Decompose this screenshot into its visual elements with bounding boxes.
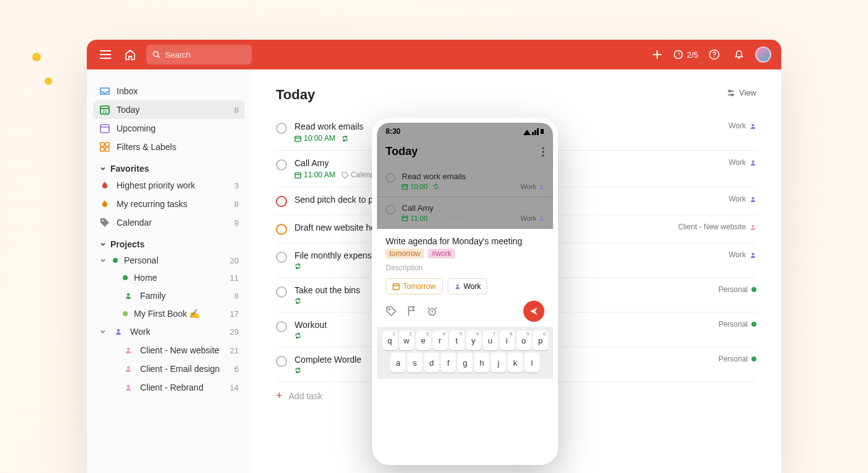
notifications-icon[interactable] <box>730 46 748 63</box>
task-checkbox[interactable] <box>386 205 396 214</box>
svg-point-38 <box>751 197 754 199</box>
task-project[interactable]: Personal <box>719 285 756 294</box>
keyboard-key[interactable]: s <box>407 353 422 373</box>
sidebar-filters[interactable]: Filters & Labels <box>93 138 245 156</box>
keyboard-key[interactable]: y6 <box>466 330 481 350</box>
recurring-icon <box>294 332 301 339</box>
svg-rect-43 <box>537 128 539 135</box>
keyboard-key[interactable]: o9 <box>516 330 531 350</box>
task-checkbox[interactable] <box>276 196 287 207</box>
confetti-dot <box>32 53 41 61</box>
compose-due-label: Tomorrow <box>403 282 436 291</box>
svg-point-47 <box>542 154 544 156</box>
compose-description[interactable]: Description <box>386 263 544 272</box>
phone-task-row[interactable]: Call Amy11:00CalendarWork <box>377 197 553 229</box>
sidebar-proj-home[interactable]: Home 11 <box>93 269 245 286</box>
svg-point-39 <box>751 224 754 227</box>
search-input[interactable] <box>165 50 246 60</box>
svg-point-9 <box>714 56 714 57</box>
sidebar-proj-personal[interactable]: Personal 20 <box>93 252 245 269</box>
compose-title[interactable]: Write agenda for Monday's meeting <box>386 236 544 246</box>
task-checkbox[interactable] <box>386 173 396 183</box>
task-checkbox[interactable] <box>276 123 287 134</box>
task-checkbox[interactable] <box>276 224 287 235</box>
sidebar-proj-client-ed[interactable]: Client - Email design 6 <box>93 360 245 378</box>
keyboard-key[interactable]: l <box>525 353 539 373</box>
task-project[interactable]: Work <box>728 158 756 167</box>
compose-chip-work: #work <box>428 249 455 259</box>
sidebar-upcoming[interactable]: Upcoming <box>93 119 245 138</box>
keyboard-key[interactable]: h <box>474 353 489 373</box>
add-icon[interactable] <box>649 46 666 63</box>
task-checkbox[interactable] <box>276 356 287 367</box>
keyboard-key[interactable]: u7 <box>483 330 498 350</box>
menu-icon[interactable] <box>97 46 114 63</box>
svg-point-3 <box>153 51 158 56</box>
task-project[interactable]: Personal <box>719 320 756 329</box>
person-icon <box>454 283 461 290</box>
keyboard-key[interactable]: i8 <box>500 330 515 350</box>
nav-label: Highest priority work <box>117 180 195 190</box>
home-icon[interactable] <box>122 46 139 63</box>
sidebar-projects-header[interactable]: Projects <box>93 232 245 252</box>
sidebar-fav-highest[interactable]: Highest priority work 3 <box>93 176 245 195</box>
task-title: Call Amy <box>402 203 544 213</box>
today-icon: 21 <box>99 104 110 115</box>
filters-icon <box>99 141 110 153</box>
label-icon[interactable] <box>386 306 397 317</box>
keyboard-key[interactable]: f <box>441 353 456 373</box>
avatar[interactable] <box>755 46 771 63</box>
phone-statusbar: 8:30 <box>377 123 553 140</box>
keyboard-key[interactable]: g <box>458 353 472 373</box>
reminder-icon[interactable] <box>427 306 438 317</box>
view-button[interactable]: View <box>727 88 756 97</box>
sidebar-favorites-header[interactable]: Favorites <box>93 156 245 176</box>
svg-point-24 <box>117 329 120 332</box>
sidebar-proj-client-rb[interactable]: Client - Rebrand 14 <box>93 378 245 397</box>
keyboard-key[interactable]: t5 <box>450 330 464 350</box>
chevron-down-icon <box>99 328 107 335</box>
task-checkbox[interactable] <box>276 252 287 263</box>
keyboard-key[interactable]: q1 <box>383 330 397 350</box>
task-project[interactable]: Work <box>728 250 756 259</box>
help-icon[interactable] <box>706 46 723 63</box>
task-project[interactable]: Client - New website <box>678 223 756 231</box>
sidebar-proj-work[interactable]: Work 29 <box>93 322 245 341</box>
task-project[interactable]: Work <box>728 122 756 130</box>
keyboard-key[interactable]: p0 <box>533 330 548 350</box>
task-checkbox[interactable] <box>276 286 287 298</box>
keyboard-key[interactable]: e3 <box>416 330 431 350</box>
sidebar-fav-recurring[interactable]: My recurring tasks 8 <box>93 195 245 213</box>
sidebar-proj-book[interactable]: My First Book ✍️ 17 <box>93 305 245 322</box>
task-due: 11:00 AM <box>294 170 335 179</box>
sidebar-proj-client-nw[interactable]: Client - New website 21 <box>93 341 245 360</box>
sidebar-today[interactable]: 21 Today 8 <box>93 100 245 119</box>
sidebar-proj-family[interactable]: Family 8 <box>93 286 245 305</box>
task-project[interactable]: Work <box>728 195 756 203</box>
keyboard-key[interactable]: d <box>424 353 439 373</box>
task-checkbox[interactable] <box>276 321 287 332</box>
search-icon <box>153 50 160 59</box>
productivity-button[interactable]: 2/5 <box>673 50 698 60</box>
keyboard-key[interactable]: k <box>508 353 523 373</box>
keyboard-key[interactable]: w2 <box>399 330 414 350</box>
task-project[interactable]: Personal <box>719 355 756 363</box>
sidebar-inbox[interactable]: Inbox <box>93 82 245 100</box>
search-box[interactable] <box>146 45 252 64</box>
compose-project-button[interactable]: Work <box>448 278 488 294</box>
sidebar-fav-calendar[interactable]: Calendar 9 <box>93 213 245 232</box>
more-icon[interactable] <box>542 147 544 157</box>
flag-icon[interactable] <box>407 306 417 317</box>
task-checkbox[interactable] <box>276 159 287 170</box>
send-button[interactable] <box>523 301 544 322</box>
nav-label: Work <box>130 327 150 337</box>
phone-title: Today <box>386 145 418 158</box>
nav-label: Client - New website <box>140 345 219 355</box>
keyboard-key[interactable]: r4 <box>433 330 448 350</box>
progress-text: 2/5 <box>687 50 698 60</box>
project-dot-icon <box>123 311 128 316</box>
compose-due-button[interactable]: Tomorrow <box>386 278 443 294</box>
keyboard-key[interactable]: j <box>491 353 506 373</box>
phone-task-row[interactable]: Read work emails10:00Work <box>377 166 553 197</box>
keyboard-key[interactable]: a <box>391 353 405 373</box>
